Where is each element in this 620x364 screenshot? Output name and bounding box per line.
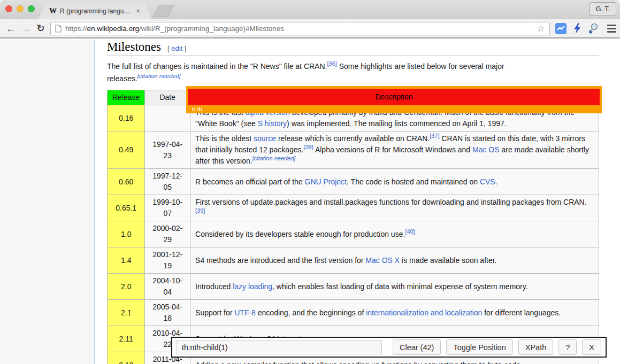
- text-segment: for different languages.: [482, 308, 561, 317]
- url-domain: en.wikipedia.org: [87, 25, 140, 33]
- text-segment: S4 methods are introduced and the first …: [195, 256, 365, 265]
- wiki-link[interactable]: lazy loading: [233, 282, 272, 291]
- wiki-link[interactable]: [36]: [327, 60, 336, 67]
- url-scheme: https://: [65, 25, 87, 33]
- browser-tab[interactable]: W R (programming language) ×: [39, 3, 152, 19]
- text-segment: .: [495, 177, 497, 186]
- wiki-link[interactable]: UTF-8: [234, 308, 256, 317]
- new-tab-button[interactable]: [153, 5, 174, 17]
- text-segment: Alpha versions of R for Microsoft Window…: [313, 145, 472, 154]
- window-zoom-button[interactable]: [28, 5, 35, 12]
- close-button[interactable]: X: [582, 339, 601, 355]
- wiki-sidebar: [0, 40, 95, 364]
- release-cell[interactable]: 2.11: [108, 326, 145, 352]
- table-row: 1.42001-12-19S4 methods are introduced a…: [108, 247, 599, 274]
- lightning-bolt-extension-icon[interactable]: [573, 23, 581, 34]
- description-cell[interactable]: S4 methods are introduced and the first …: [190, 247, 599, 274]
- text-segment: Introduced: [195, 282, 233, 291]
- table-row: 2.12005-04-18Support for UTF-8 encoding,…: [108, 300, 599, 326]
- wiki-link[interactable]: [citation needed]: [252, 155, 296, 161]
- date-cell[interactable]: 2001-12-19: [145, 247, 190, 274]
- section-heading-milestones: Milestones[ edit ]: [107, 40, 599, 56]
- navigation-bar: ← → ↻ https://en.wikipedia.org/wiki/R_(p…: [0, 19, 620, 38]
- date-cell[interactable]: 1997-12-05: [145, 169, 190, 195]
- reload-icon[interactable]: ↻: [33, 24, 48, 33]
- text-segment: This is the oldest: [195, 134, 254, 143]
- clear-button[interactable]: Clear (42): [393, 339, 441, 355]
- selector-gadget-extension-icon[interactable]: [588, 23, 600, 34]
- selector-highlight-box: Description tr th: [186, 86, 602, 113]
- date-cell[interactable]: 2000-02-29: [145, 221, 190, 247]
- description-cell[interactable]: Support for UTF-8 encoding, and the begi…: [190, 300, 599, 326]
- wiki-link[interactable]: source: [254, 134, 276, 143]
- page-icon: [55, 25, 62, 33]
- release-cell[interactable]: 0.16: [108, 105, 145, 131]
- description-cell[interactable]: First versions of update.packages and in…: [190, 195, 599, 221]
- text-segment: R becomes an official part of the: [195, 177, 304, 186]
- table-row: 0.65.11999-10-07First versions of update…: [108, 195, 599, 221]
- release-header-cell[interactable]: Release: [108, 90, 145, 105]
- wiki-link[interactable]: CVS: [480, 177, 495, 186]
- menu-icon[interactable]: [607, 25, 616, 33]
- tab-strip: W R (programming language) × G. T.: [0, 0, 620, 19]
- release-cell[interactable]: 2.13: [108, 352, 145, 364]
- text-segment: Adding a new compiler function that allo…: [195, 361, 523, 364]
- release-cell[interactable]: 2.1: [108, 300, 145, 326]
- xpath-button[interactable]: XPath: [518, 339, 554, 355]
- page-content: Milestones[ edit ] The full list of chan…: [0, 40, 620, 364]
- description-cell[interactable]: Considered by its developers stable enou…: [190, 221, 599, 247]
- check-badge-extension-icon[interactable]: [555, 23, 567, 34]
- tab-close-icon[interactable]: ×: [135, 7, 141, 15]
- window-close-button[interactable]: [5, 5, 12, 12]
- back-icon[interactable]: ←: [3, 24, 18, 34]
- release-cell[interactable]: 0.65.1: [108, 195, 145, 221]
- date-header-cell[interactable]: Date: [145, 90, 190, 105]
- bookmark-star-icon[interactable]: ☆: [537, 23, 545, 34]
- text-segment: encoding, and the beginnings of: [256, 308, 366, 317]
- wiki-link[interactable]: Mac OS X: [365, 256, 400, 265]
- text-segment: The full list of changes is maintained i…: [107, 62, 327, 71]
- date-cell[interactable]: 2004-10-04: [145, 274, 190, 300]
- css-selector-input[interactable]: [177, 340, 382, 354]
- text-segment: . The code is hosted and maintained on: [347, 177, 480, 186]
- toggle-position-button[interactable]: Toggle Position: [446, 339, 512, 355]
- wiki-link[interactable]: [37]: [430, 133, 439, 139]
- wiki-link[interactable]: [38]: [303, 144, 313, 150]
- text-segment: is made available soon after.: [400, 256, 496, 265]
- release-cell[interactable]: 1.4: [108, 247, 145, 274]
- table-row: 2.02004-10-04Introduced lazy loading, wh…: [108, 274, 599, 300]
- forward-icon[interactable]: →: [18, 24, 33, 34]
- wiki-link[interactable]: [39]: [195, 207, 205, 214]
- description-cell[interactable]: Introduced lazy loading, which enables f…: [190, 274, 599, 300]
- window-minimize-button[interactable]: [17, 5, 24, 12]
- wiki-link[interactable]: S history: [258, 119, 287, 128]
- browser-window: { "browser": { "tab_title": "R (programm…: [0, 0, 620, 364]
- highlighted-description-header[interactable]: Description: [188, 89, 600, 105]
- url-bar[interactable]: https://en.wikipedia.org/wiki/R_(program…: [50, 22, 550, 35]
- release-cell[interactable]: 2.0: [108, 274, 145, 300]
- text-segment: Support for: [195, 308, 234, 317]
- release-cell[interactable]: 1.0: [108, 221, 145, 247]
- text-segment: release which is currently available on …: [276, 134, 430, 143]
- table-row: 1.02000-02-29Considered by its developer…: [108, 221, 599, 247]
- date-cell[interactable]: 1999-10-07: [145, 195, 190, 221]
- description-cell[interactable]: This is the oldest source release which …: [190, 131, 599, 169]
- url-text: https://en.wikipedia.org/wiki/R_(program…: [65, 25, 284, 33]
- wiki-link[interactable]: [40]: [405, 228, 415, 235]
- description-cell[interactable]: R becomes an official part of the GNU Pr…: [190, 169, 599, 195]
- profile-button[interactable]: G. T.: [590, 2, 616, 16]
- wiki-link[interactable]: internationalization and localization: [366, 308, 482, 317]
- wiki-link[interactable]: [citation needed]: [137, 73, 181, 79]
- article-body: Milestones[ edit ] The full list of chan…: [95, 40, 620, 364]
- date-cell[interactable]: [145, 105, 190, 131]
- edit-link[interactable]: edit: [171, 44, 182, 52]
- release-cell[interactable]: 0.60: [108, 169, 145, 195]
- wiki-link[interactable]: GNU Project: [305, 177, 347, 186]
- wiki-link[interactable]: Mac OS: [472, 145, 500, 154]
- selector-gadget-toolbar: Clear (42)Toggle PositionXPath?X: [171, 337, 607, 358]
- date-cell[interactable]: 1997-04-23: [145, 131, 190, 169]
- release-cell[interactable]: 0.49: [108, 131, 145, 169]
- date-cell[interactable]: 2005-04-18: [145, 300, 190, 326]
- tab-title: R (programming language): [60, 7, 132, 15]
- help-button[interactable]: ?: [558, 339, 577, 355]
